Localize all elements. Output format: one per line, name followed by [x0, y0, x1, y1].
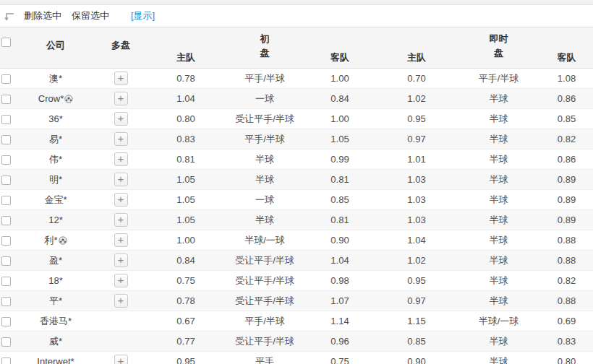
delete-selected-button[interactable]: 删除选中 [24, 9, 61, 22]
multi-pan-cell: + [95, 170, 146, 190]
live-handicap: 半球 [457, 150, 540, 170]
initial-home-odds: 0.78 [146, 291, 226, 311]
live-home-odds: 0.70 [376, 69, 457, 89]
expand-odds-button[interactable]: + [114, 72, 128, 85]
live-home-odds: 1.04 [376, 230, 457, 251]
initial-away-odds: 1.04 [304, 251, 376, 271]
multi-pan-cell: + [95, 190, 146, 210]
expand-odds-button[interactable]: + [114, 152, 128, 166]
multi-pan-cell: + [95, 150, 146, 170]
live-home-odds: 0.97 [376, 129, 457, 150]
initial-home-odds: 0.67 [146, 311, 226, 332]
select-all-checkbox[interactable] [1, 38, 11, 47]
expand-odds-button[interactable]: + [114, 92, 128, 105]
row-select-cell [0, 230, 16, 251]
multi-pan-cell [95, 332, 146, 352]
row-checkbox[interactable] [1, 317, 11, 326]
table-row: 明*+1.05半球0.811.03半球0.89 [0, 170, 593, 190]
company-name: 利* [44, 235, 57, 246]
company-name: 金宝* [44, 194, 67, 205]
live-home-odds: 1.02 [376, 89, 457, 109]
live-away-odds: 0.80 [540, 352, 593, 364]
table-row: 36*+0.80受让平手/半球1.000.95半球0.85 [0, 109, 593, 129]
row-checkbox[interactable] [1, 196, 11, 205]
live-away-odds: 0.86 [540, 150, 593, 170]
column-header-initial-away: 客队 [304, 27, 376, 69]
live-home-odds: 1.03 [376, 170, 457, 190]
toolbar: 删除选中 保留选中 [显示] [0, 5, 593, 27]
row-checkbox[interactable] [1, 216, 11, 225]
initial-handicap: 受让平手/半球 [226, 251, 304, 271]
company-name: Interwet* [37, 356, 74, 364]
expand-odds-button[interactable]: + [114, 274, 128, 287]
row-select-cell [0, 271, 16, 291]
table-row: 利*+1.00半球/一球0.901.04半球0.88 [0, 230, 593, 251]
row-checkbox[interactable] [1, 297, 11, 306]
row-checkbox[interactable] [1, 358, 11, 364]
table-row: 18*+0.75受让平手/半球0.980.95半球0.82 [0, 271, 593, 291]
initial-home-odds: 0.78 [146, 69, 226, 89]
initial-handicap: 受让平手/半球 [226, 109, 304, 129]
live-handicap: 半球 [457, 271, 540, 291]
column-header-live-pan: 即时 盘 [457, 27, 540, 69]
multi-pan-cell: + [95, 89, 146, 109]
column-header-initial-pan: 初 盘 [226, 27, 304, 69]
table-row: 易*+0.83平手/半球1.050.97半球0.82 [0, 129, 593, 150]
company-cell: 伟* [16, 150, 95, 170]
initial-home-odds: 0.83 [146, 129, 226, 150]
row-checkbox[interactable] [1, 95, 11, 104]
row-select-cell [0, 251, 16, 271]
expand-odds-button[interactable]: + [114, 355, 128, 364]
company-name: 易* [49, 134, 62, 144]
row-checkbox[interactable] [1, 176, 11, 185]
company-cell: 12* [16, 210, 95, 230]
initial-away-odds: 1.14 [304, 311, 376, 332]
expand-odds-button[interactable]: + [114, 294, 128, 308]
expand-odds-button[interactable]: + [114, 254, 128, 267]
row-checkbox[interactable] [1, 277, 11, 286]
initial-handicap: 受让平手/半球 [226, 332, 304, 352]
row-checkbox[interactable] [1, 74, 11, 84]
live-away-header-label: 客队 [540, 48, 593, 68]
live-away-odds: 0.85 [540, 109, 593, 129]
live-away-odds: 0.69 [540, 311, 593, 332]
row-checkbox[interactable] [1, 155, 11, 165]
initial-handicap: 半球/一球 [226, 230, 304, 251]
row-checkbox[interactable] [1, 337, 11, 347]
expand-odds-button[interactable]: + [114, 132, 128, 146]
initial-away-odds: 0.85 [304, 190, 376, 210]
odds-table-header: 公司 多盘 主队 初 盘 客队 主队 即时 [0, 27, 593, 69]
multi-pan-cell: + [95, 109, 146, 129]
live-pan-header-label: 盘 [457, 48, 540, 64]
expand-odds-button[interactable]: + [114, 173, 128, 186]
live-away-odds: 1.08 [540, 69, 593, 89]
live-home-odds: 0.95 [376, 271, 457, 291]
odds-comparison-page: 删除选中 保留选中 [显示] 公司 多盘 主队 [0, 0, 593, 364]
multi-pan-cell: + [95, 210, 146, 230]
football-icon [59, 236, 67, 245]
live-away-odds: 0.82 [540, 129, 593, 150]
keep-selected-button[interactable]: 保留选中 [72, 9, 109, 22]
company-cell: 澳* [16, 69, 95, 89]
odds-table: 公司 多盘 主队 初 盘 客队 主队 即时 [0, 27, 593, 364]
live-home-odds: 0.90 [376, 352, 457, 364]
expand-odds-button[interactable]: + [114, 213, 128, 227]
row-select-cell [0, 210, 16, 230]
table-row: 平*+0.78受让平手/半球1.070.97半球0.88 [0, 291, 593, 311]
company-name: 明* [49, 174, 62, 185]
company-cell: 金宝* [16, 190, 95, 210]
expand-odds-button[interactable]: + [114, 193, 128, 207]
row-checkbox[interactable] [1, 135, 11, 144]
initial-home-odds: 0.75 [146, 271, 226, 291]
show-link[interactable]: [显示] [131, 9, 155, 22]
initial-handicap: 平手 [226, 352, 304, 364]
initial-home-odds: 1.05 [146, 190, 226, 210]
row-checkbox[interactable] [1, 256, 11, 266]
football-icon [64, 95, 73, 103]
row-checkbox[interactable] [1, 115, 11, 124]
row-checkbox[interactable] [1, 236, 11, 246]
expand-odds-button[interactable]: + [114, 233, 128, 247]
initial-handicap: 半球 [226, 210, 304, 230]
expand-odds-button[interactable]: + [114, 112, 128, 126]
initial-away-odds: 0.99 [304, 150, 376, 170]
